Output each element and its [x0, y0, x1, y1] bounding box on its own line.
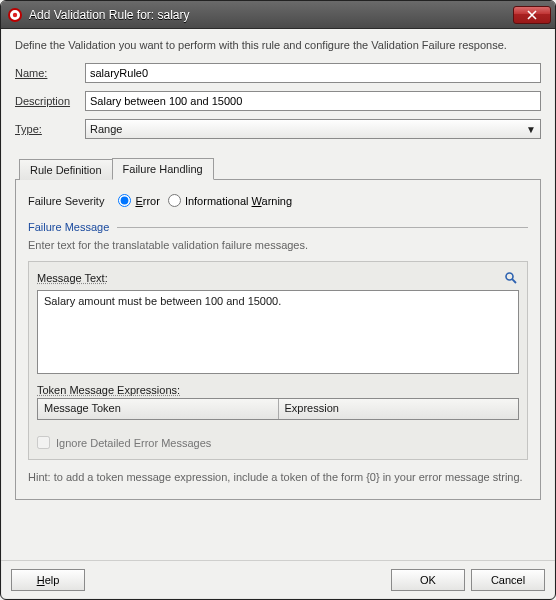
token-expressions-table[interactable]: Message Token Expression [37, 398, 519, 420]
chevron-down-icon: ▼ [526, 124, 536, 135]
column-message-token: Message Token [38, 399, 279, 419]
close-button[interactable] [513, 6, 551, 24]
help-button[interactable]: Help [11, 569, 85, 591]
name-row: Name: [15, 63, 541, 83]
titlebar: Add Validation Rule for: salary [1, 1, 555, 29]
radio-warning-input[interactable] [168, 194, 181, 207]
description-row: Description [15, 91, 541, 111]
failure-severity-row: Failure Severity Error Informational War… [28, 194, 528, 207]
ignore-checkbox [37, 436, 50, 449]
description-input[interactable] [85, 91, 541, 111]
ignore-detailed-errors[interactable]: Ignore Detailed Error Messages [37, 436, 519, 449]
radio-error[interactable]: Error [118, 194, 159, 207]
svg-point-2 [506, 273, 513, 280]
app-icon [7, 7, 23, 23]
dialog-body: Define the Validation you want to perfor… [1, 29, 555, 560]
name-input[interactable] [85, 63, 541, 83]
column-expression: Expression [279, 399, 519, 419]
tab-rule-definition[interactable]: Rule Definition [19, 159, 113, 180]
footer: Help OK Cancel [1, 560, 555, 599]
failure-message-desc: Enter text for the translatable validati… [28, 239, 528, 251]
svg-point-1 [13, 12, 17, 16]
failure-severity-label: Failure Severity [28, 195, 104, 207]
tabs: Rule Definition Failure Handling Failure… [15, 157, 541, 500]
type-value: Range [90, 123, 122, 135]
failure-message-title: Failure Message [28, 221, 528, 233]
token-expressions-label: Token Message Expressions: [37, 384, 519, 396]
radio-error-input[interactable] [118, 194, 131, 207]
ok-button[interactable]: OK [391, 569, 465, 591]
intro-text: Define the Validation you want to perfor… [15, 39, 541, 51]
tab-panel-failure-handling: Failure Severity Error Informational War… [15, 179, 541, 500]
failure-message-panel: Message Text: Salary amount must be betw… [28, 261, 528, 460]
dialog-title: Add Validation Rule for: salary [29, 8, 513, 22]
type-label: Type: [15, 123, 85, 135]
message-text-input[interactable]: Salary amount must be between 100 and 15… [37, 290, 519, 374]
type-row: Type: Range ▼ [15, 119, 541, 139]
search-icon[interactable] [503, 270, 519, 286]
type-select[interactable]: Range ▼ [85, 119, 541, 139]
radio-warning[interactable]: Informational Warning [168, 194, 292, 207]
tab-failure-handling[interactable]: Failure Handling [112, 158, 214, 180]
message-text-label: Message Text: [37, 272, 108, 284]
name-label: Name: [15, 67, 85, 79]
hint-text: Hint: to add a token message expression,… [28, 470, 528, 485]
description-label: Description [15, 95, 85, 107]
cancel-button[interactable]: Cancel [471, 569, 545, 591]
dialog-window: Add Validation Rule for: salary Define t… [0, 0, 556, 600]
svg-line-3 [512, 279, 516, 283]
